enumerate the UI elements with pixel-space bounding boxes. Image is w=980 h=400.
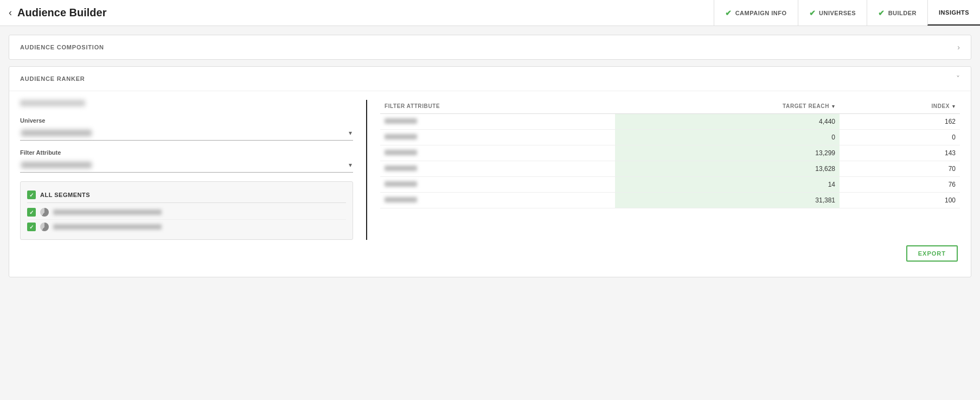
nav-step-universes[interactable]: ✔ UNIVERSES [798,0,867,26]
segment-row-2 [27,220,346,234]
filter-attribute-select[interactable]: ▾ [20,158,353,173]
col-filter-attribute: FILTER ATTRIBUTE [380,100,615,114]
segment-1-checkbox[interactable] [27,208,36,217]
nav-step-label-builder: BUILDER [888,10,917,16]
table-cell-index-0: 162 [840,114,960,130]
check-icon-universes: ✔ [809,9,816,17]
segment-1-pie-icon [40,208,49,217]
table-cell-reach-2: 13,299 [615,145,840,161]
audience-ranker-card: AUDIENCE RANKER ˅ Universe ▾ Filter Attr… [9,66,971,277]
table-cell-index-2: 143 [840,145,960,161]
nav-step-label-universes: UNIVERSES [819,10,856,16]
table-header-row: FILTER ATTRIBUTE TARGET REACH ▾ INDEX ▾ [380,100,960,114]
table-cell-reach-5: 31,381 [615,193,840,208]
nav-step-campaign-info[interactable]: ✔ CAMPAIGN INFO [714,0,797,26]
table-cell-index-4: 76 [840,177,960,193]
table-cell-index-5: 100 [840,193,960,208]
ranker-right-panel: FILTER ATTRIBUTE TARGET REACH ▾ INDEX ▾ [367,100,960,240]
nav-step-label-campaign: CAMPAIGN INFO [735,10,787,16]
export-button[interactable]: EXPORT [906,245,958,262]
col-index[interactable]: INDEX ▾ [840,100,960,114]
universe-value-blur [21,130,92,136]
all-segments-row: ALL SEGMENTS [27,187,346,203]
check-icon-campaign: ✔ [725,9,732,17]
sort-icon-reach: ▾ [832,104,835,109]
table-cell-reach-4: 14 [615,177,840,193]
segment-1-label-blur [53,209,162,215]
nav-step-label-insights: INSIGHTS [939,9,969,16]
table-cell-index-3: 70 [840,161,960,177]
audience-composition-header[interactable]: AUDIENCE COMPOSITION › [9,35,971,59]
universe-label: Universe [20,117,353,124]
table-row: 31,381100 [380,193,960,208]
table-cell-filter-attr-2 [380,145,615,161]
audience-ranker-header[interactable]: AUDIENCE RANKER ˅ [9,67,971,91]
table-row: 13,299143 [380,145,960,161]
segments-box: ALL SEGMENTS [20,181,353,240]
audience-composition-chevron: › [957,43,960,52]
main-content: AUDIENCE COMPOSITION › AUDIENCE RANKER ˅… [0,26,980,286]
table-cell-filter-attr-3 [380,161,615,177]
audience-composition-label: AUDIENCE COMPOSITION [20,44,104,50]
table-cell-index-1: 0 [840,130,960,145]
ranker-body: Universe ▾ Filter Attribute ▾ [20,100,960,240]
export-bar: EXPORT [20,240,960,264]
nav-steps: ✔ CAMPAIGN INFO ✔ UNIVERSES ✔ BUILDER IN… [714,0,980,26]
nav-step-builder[interactable]: ✔ BUILDER [867,0,927,26]
filter-attribute-value-blur [21,162,92,168]
table-cell-reach-1: 0 [615,130,840,145]
table-row: 1476 [380,177,960,193]
all-segments-checkbox[interactable] [27,191,36,199]
audience-ranker-body: Universe ▾ Filter Attribute ▾ [9,91,971,277]
table-row: 13,62870 [380,161,960,177]
nav-step-insights[interactable]: INSIGHTS [927,0,980,26]
table-cell-filter-attr-5 [380,193,615,208]
ranker-left-panel: Universe ▾ Filter Attribute ▾ [20,100,367,240]
filter-attribute-label: Filter Attribute [20,149,353,156]
segment-2-checkbox[interactable] [27,223,36,231]
all-segments-label: ALL SEGMENTS [40,192,90,198]
table-cell-filter-attr-0 [380,114,615,130]
table-cell-filter-attr-1 [380,130,615,145]
universe-select[interactable]: ▾ [20,126,353,141]
audience-composition-card: AUDIENCE COMPOSITION › [9,35,971,60]
table-cell-reach-3: 13,628 [615,161,840,177]
ranker-id-blur [20,100,85,106]
table-row: 4,440162 [380,114,960,130]
table-row: 00 [380,130,960,145]
table-cell-filter-attr-4 [380,177,615,193]
table-cell-reach-0: 4,440 [615,114,840,130]
ranker-table: FILTER ATTRIBUTE TARGET REACH ▾ INDEX ▾ [380,100,960,208]
universe-arrow-icon: ▾ [349,129,352,137]
segment-row-1 [27,205,346,220]
col-target-reach[interactable]: TARGET REACH ▾ [615,100,840,114]
back-button[interactable]: ‹ [9,7,12,18]
segment-2-pie-icon [40,223,49,231]
audience-ranker-label: AUDIENCE RANKER [20,75,85,82]
page-title: Audience Builder [17,7,106,19]
segment-2-label-blur [53,224,162,230]
filter-attribute-arrow-icon: ▾ [349,161,352,169]
sort-icon-index: ▾ [952,104,956,109]
audience-ranker-chevron: ˅ [956,74,960,83]
top-header: ‹ Audience Builder ✔ CAMPAIGN INFO ✔ UNI… [0,0,980,26]
check-icon-builder: ✔ [878,9,885,17]
